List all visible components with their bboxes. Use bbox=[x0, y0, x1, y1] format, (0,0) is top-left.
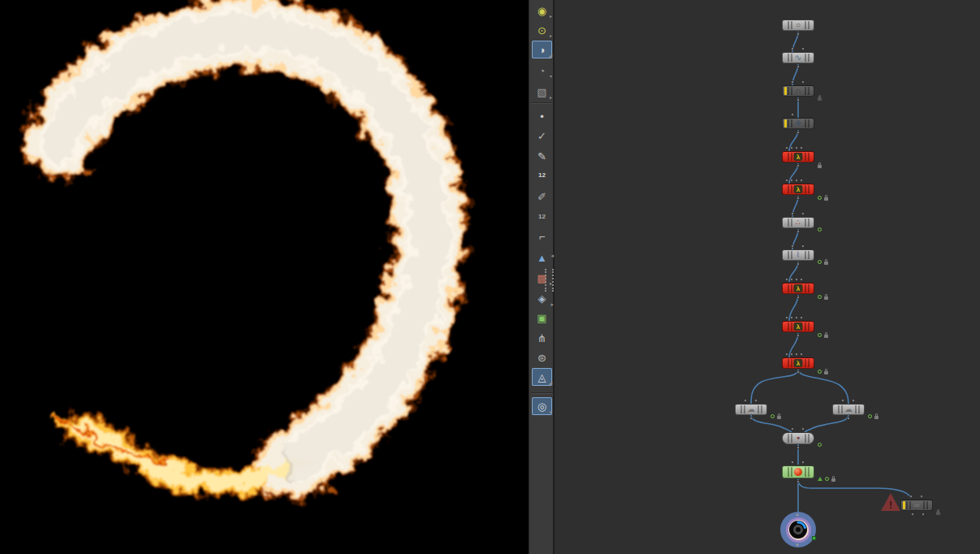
lock-icon[interactable] bbox=[777, 416, 781, 419]
output-connector[interactable] bbox=[797, 370, 800, 374]
input-connector[interactable] bbox=[791, 427, 794, 431]
node-transform1[interactable]: ✛ bbox=[782, 118, 814, 129]
template-flag-icon[interactable] bbox=[818, 196, 822, 200]
template-flag-icon[interactable] bbox=[818, 260, 822, 264]
input-connector[interactable] bbox=[791, 47, 794, 50]
output-connector[interactable] bbox=[797, 296, 800, 299]
node-pscale_density[interactable]: λ bbox=[782, 357, 814, 369]
node-polypath1[interactable]: ⌇ bbox=[782, 249, 814, 261]
point-normals-icon[interactable]: ✓ bbox=[532, 127, 552, 145]
pane-expand-right-arrow[interactable]: ▸ bbox=[550, 301, 554, 307]
input-connector[interactable] bbox=[801, 245, 805, 248]
lock-icon[interactable] bbox=[824, 296, 828, 300]
input-connector[interactable] bbox=[800, 353, 803, 356]
lock-icon[interactable] bbox=[818, 97, 822, 101]
vertex-numbers-icon[interactable]: 12 bbox=[532, 208, 552, 226]
output-connector[interactable] bbox=[797, 480, 800, 483]
material-display-icon[interactable]: ◈ bbox=[532, 289, 552, 307]
object-light-icon[interactable]: ⊙▸ bbox=[532, 21, 552, 39]
display-flag-icon[interactable] bbox=[812, 536, 816, 540]
template-flag-icon[interactable] bbox=[818, 370, 822, 374]
input-connector[interactable] bbox=[785, 278, 788, 281]
cook-flag-icon[interactable] bbox=[818, 477, 822, 481]
network-editor[interactable]: ○∿∩✛λλ∴⌇λλλ☁☁●∞!▲▼ bbox=[555, 0, 980, 554]
input-connector[interactable] bbox=[790, 353, 793, 356]
visibility-icon[interactable]: ◔▾ bbox=[532, 62, 552, 80]
lock-icon[interactable] bbox=[831, 478, 835, 482]
ghosting-icon[interactable]: ▧▸ bbox=[532, 83, 552, 101]
axes-display-icon[interactable]: ⋔ bbox=[532, 329, 552, 347]
input-connector[interactable] bbox=[791, 461, 794, 464]
node-pyrosolver1[interactable] bbox=[782, 465, 814, 478]
cone-display-icon[interactable]: ▲ bbox=[532, 249, 552, 266]
input-connector[interactable] bbox=[800, 278, 803, 281]
output-connector[interactable] bbox=[797, 164, 800, 167]
output-connector[interactable] bbox=[797, 262, 800, 266]
input-connector[interactable] bbox=[785, 316, 788, 319]
output-connector[interactable] bbox=[797, 98, 800, 102]
input-connector[interactable] bbox=[791, 80, 794, 84]
node-geo_line_u_Cd[interactable]: λ bbox=[782, 283, 814, 294]
scene-viewport[interactable] bbox=[0, 0, 529, 554]
node-circle3[interactable]: ○ bbox=[782, 19, 814, 31]
node-merge1[interactable]: ● bbox=[782, 432, 814, 444]
input-connector[interactable] bbox=[841, 399, 844, 402]
input-connector[interactable] bbox=[785, 179, 788, 182]
template-flag-icon[interactable] bbox=[825, 477, 829, 481]
node-geo_carve_line_random[interactable]: λ bbox=[782, 184, 814, 195]
input-connector[interactable] bbox=[791, 113, 794, 116]
template-flag-icon[interactable] bbox=[818, 443, 822, 447]
profile-handles-icon[interactable]: ⌐ bbox=[532, 227, 552, 245]
shading-mode-icon[interactable]: ◑◢ bbox=[532, 41, 552, 58]
pane-splitter-grip[interactable] bbox=[545, 269, 554, 292]
vertex-markers-icon[interactable]: ✐ bbox=[532, 188, 552, 206]
lock-icon[interactable] bbox=[824, 371, 828, 374]
template-flag-icon[interactable] bbox=[771, 414, 775, 418]
input-connector[interactable] bbox=[790, 316, 793, 319]
input-connector[interactable] bbox=[791, 245, 794, 248]
pane-collapse-left-arrow[interactable]: ◂ bbox=[550, 253, 554, 258]
output-connector[interactable] bbox=[749, 417, 753, 420]
node-volumerasterizeattributes1[interactable]: ☁ bbox=[832, 404, 865, 415]
scene-light-icon[interactable]: ◉▸ bbox=[532, 2, 552, 19]
input-connector[interactable] bbox=[785, 146, 788, 149]
template-flag-icon[interactable] bbox=[818, 333, 822, 337]
node-make_loop1[interactable]: ∞ bbox=[900, 500, 933, 511]
input-connector[interactable] bbox=[795, 316, 798, 319]
input-connector[interactable] bbox=[795, 179, 798, 182]
output-connector[interactable] bbox=[797, 197, 800, 200]
input-connector[interactable] bbox=[801, 212, 805, 215]
input-connector[interactable] bbox=[801, 80, 805, 84]
output-connector[interactable] bbox=[911, 513, 914, 516]
output-connector[interactable] bbox=[797, 230, 800, 233]
input-connector[interactable] bbox=[800, 179, 803, 182]
input-connector[interactable] bbox=[909, 495, 913, 498]
input-connector[interactable] bbox=[920, 495, 923, 498]
input-connector[interactable] bbox=[795, 146, 798, 149]
lock-icon[interactable] bbox=[818, 165, 822, 168]
node-N_z_y[interactable]: λ bbox=[782, 151, 814, 162]
bypass-flag[interactable] bbox=[784, 87, 787, 95]
node-fuse1[interactable]: ∴ bbox=[782, 217, 814, 228]
node-volumerasterizeattribut[interactable]: ☁ bbox=[735, 404, 767, 415]
point-numbers-icon[interactable]: 12 bbox=[532, 167, 552, 184]
group-display-icon[interactable]: ▣ bbox=[532, 309, 552, 327]
input-connector[interactable] bbox=[791, 212, 794, 215]
output-connector[interactable] bbox=[797, 32, 800, 36]
input-connector[interactable] bbox=[790, 146, 793, 149]
output-connector[interactable] bbox=[922, 513, 925, 516]
output-connector[interactable] bbox=[797, 334, 800, 337]
lock-icon[interactable] bbox=[874, 416, 879, 419]
input-connector[interactable] bbox=[744, 399, 747, 402]
input-connector[interactable] bbox=[801, 461, 805, 464]
bypass-flag[interactable] bbox=[784, 119, 787, 128]
output-connector[interactable] bbox=[797, 446, 800, 449]
input-connector[interactable] bbox=[801, 427, 805, 431]
connector-notch[interactable]: ▼ bbox=[795, 543, 800, 548]
input-connector[interactable] bbox=[852, 399, 855, 402]
input-connector[interactable] bbox=[800, 146, 803, 149]
lock-icon[interactable] bbox=[824, 197, 828, 201]
input-connector[interactable] bbox=[785, 353, 788, 356]
output-connector[interactable] bbox=[797, 65, 800, 68]
connector-notch[interactable]: ▲ bbox=[795, 512, 800, 517]
